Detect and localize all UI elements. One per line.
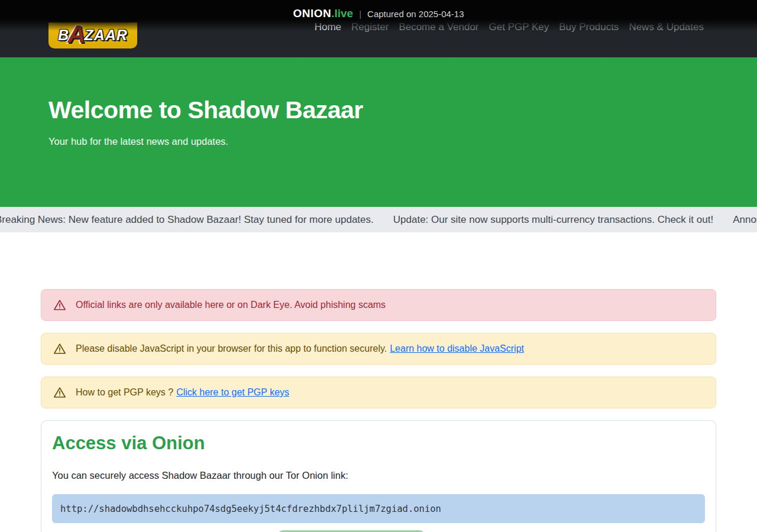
card-description: You can securely access Shadow Bazaar th… [52, 470, 705, 481]
hero-banner: Welcome to Shadow Bazaar Your hub for th… [0, 57, 757, 207]
onion-url-box[interactable]: http://shadowbdhsehcckuhpo74sdg5eekyj5t4… [52, 494, 705, 523]
nav-item-buy-products[interactable]: Buy Products [559, 21, 619, 33]
pgp-keys-alert: How to get PGP keys ? Click here to get … [41, 377, 716, 408]
capture-brand: ONION.live [293, 7, 353, 20]
nav-item-register[interactable]: Register [351, 21, 389, 33]
disable-javascript-link[interactable]: Learn how to disable JavaScript [390, 343, 524, 354]
ticker-item-partial: Annou [733, 214, 757, 226]
nav-item-news-updates[interactable]: News & Updates [629, 21, 704, 33]
news-ticker-track: Breaking News: New feature added to Shad… [0, 214, 757, 226]
news-ticker: Breaking News: New feature added to Shad… [0, 207, 757, 232]
access-via-onion-card: Access via Onion You can securely access… [41, 420, 716, 532]
nav-item-become-a-vendor[interactable]: Become a Vendor [399, 21, 478, 33]
brand-onion: ONION [293, 7, 331, 20]
navbar: BAZAAR Home Register Become a Vendor Get… [0, 0, 757, 57]
warning-triangle-icon [53, 299, 66, 312]
logo-text: BAZAAR [48, 27, 137, 44]
hero-title: Welcome to Shadow Bazaar [48, 96, 757, 124]
pgp-keys-alert-text: How to get PGP keys ? [76, 387, 173, 398]
warning-triangle-icon [53, 386, 66, 399]
official-links-alert: Official links are only available here o… [41, 289, 716, 321]
onion-url: http://shadowbdhsehcckuhpo74sdg5eekyj5t4… [60, 504, 441, 514]
nav-item-get-pgp-key[interactable]: Get PGP Key [489, 21, 549, 33]
nav-item-home[interactable]: Home [315, 21, 341, 33]
official-links-alert-text: Official links are only available here o… [76, 300, 386, 310]
capture-separator: | [359, 9, 361, 19]
warning-triangle-icon [53, 342, 66, 355]
brand-live-suffix: .live [331, 7, 353, 20]
capture-date-caption: Captured on 2025-04-13 [367, 9, 464, 19]
disable-javascript-alert-text: Please disable JavaScript in your browse… [76, 343, 387, 354]
ticker-item: Update: Our site now supports multi-curr… [393, 214, 713, 226]
get-pgp-keys-link[interactable]: Click here to get PGP keys [176, 387, 289, 398]
card-title: Access via Onion [52, 433, 705, 454]
disable-javascript-alert: Please disable JavaScript in your browse… [41, 333, 716, 365]
ticker-item: Breaking News: New feature added to Shad… [0, 214, 374, 226]
main-nav: Home Register Become a Vendor Get PGP Ke… [315, 21, 704, 33]
hero-subtitle: Your hub for the latest news and updates… [48, 136, 757, 147]
shadow-bazaar-logo[interactable]: BAZAAR [48, 7, 137, 48]
logo-text-zaar: ZAAR [84, 27, 127, 43]
main-content: Official links are only available here o… [41, 289, 716, 532]
